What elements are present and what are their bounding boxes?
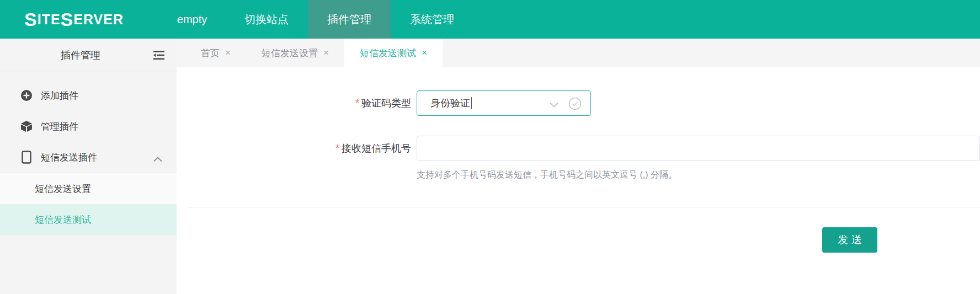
required-asterisk: * bbox=[335, 143, 339, 154]
text-caret bbox=[471, 97, 472, 109]
tab-sms-send-settings[interactable]: 短信发送设置 × bbox=[246, 39, 344, 67]
close-icon[interactable]: × bbox=[225, 47, 231, 58]
sidebar-item-sms-send-settings[interactable]: 短信发送设置 bbox=[0, 173, 177, 204]
tab-label: 首页 bbox=[201, 47, 220, 60]
sidebar: 插件管理 添加插件 bbox=[0, 39, 177, 294]
main-nav: empty 切换站点 插件管理 系统管理 bbox=[159, 0, 473, 39]
mobile-icon bbox=[20, 151, 33, 164]
logo-text: S bbox=[24, 2, 38, 37]
chevron-down-icon bbox=[550, 100, 558, 110]
sidebar-item-add-plugin[interactable]: 添加插件 bbox=[0, 80, 177, 111]
top-navbar: SITESERVER empty 切换站点 插件管理 系统管理 bbox=[0, 0, 980, 39]
tab-label: 短信发送设置 bbox=[262, 47, 318, 60]
nav-item-system-management[interactable]: 系统管理 bbox=[391, 0, 473, 39]
required-asterisk: * bbox=[355, 98, 359, 109]
collapse-menu-icon[interactable] bbox=[153, 50, 164, 60]
tab-home[interactable]: 首页 × bbox=[185, 39, 246, 67]
nav-item-switch-site[interactable]: 切换站点 bbox=[225, 0, 308, 39]
sidebar-header: 插件管理 bbox=[0, 39, 177, 72]
sidebar-item-label: 管理插件 bbox=[41, 120, 78, 133]
content-area: 首页 × 短信发送设置 × 短信发送测试 × *验证码类型 身份验证 bbox=[177, 39, 980, 294]
cube-icon bbox=[20, 120, 33, 133]
close-icon[interactable]: × bbox=[422, 47, 427, 58]
form-row-phone: *接收短信手机号 bbox=[177, 136, 980, 161]
select-value: 身份验证 bbox=[430, 97, 470, 110]
sms-test-form: *验证码类型 身份验证 bbox=[177, 67, 980, 253]
siteserver-logo[interactable]: SITESERVER bbox=[24, 0, 124, 39]
form-divider bbox=[188, 207, 980, 207]
send-button[interactable]: 发 送 bbox=[822, 227, 877, 253]
close-icon[interactable]: × bbox=[323, 47, 329, 58]
tab-sms-send-test[interactable]: 短信发送测试 × bbox=[344, 39, 443, 67]
tab-bar: 首页 × 短信发送设置 × 短信发送测试 × bbox=[177, 39, 980, 67]
code-type-select[interactable]: 身份验证 bbox=[417, 90, 591, 116]
check-circle-icon bbox=[568, 97, 582, 113]
field-label: *接收短信手机号 bbox=[177, 142, 411, 155]
form-row-code-type: *验证码类型 身份验证 bbox=[177, 90, 980, 116]
phone-help-text: 支持对多个手机号码发送短信，手机号码之间以英文逗号 (,) 分隔。 bbox=[417, 169, 980, 181]
tab-label: 短信发送测试 bbox=[360, 47, 416, 60]
form-actions: 发 送 bbox=[177, 227, 980, 253]
sidebar-item-sms-plugin[interactable]: 短信发送插件 bbox=[0, 142, 177, 173]
phone-number-input[interactable] bbox=[417, 136, 980, 161]
sidebar-item-label: 短信发送插件 bbox=[41, 151, 97, 164]
chevron-up-icon bbox=[153, 154, 162, 165]
sidebar-menu: 添加插件 管理插件 短信发送插件 bbox=[0, 72, 177, 235]
nav-item-empty[interactable]: empty bbox=[159, 0, 225, 39]
sms-plugin-submenu: 短信发送设置 短信发送测试 bbox=[0, 173, 177, 235]
sidebar-item-sms-send-test[interactable]: 短信发送测试 bbox=[0, 204, 177, 235]
nav-item-plugin-management[interactable]: 插件管理 bbox=[308, 0, 391, 39]
sidebar-item-manage-plugins[interactable]: 管理插件 bbox=[0, 111, 177, 142]
plus-circle-icon bbox=[20, 89, 33, 102]
sidebar-title: 插件管理 bbox=[61, 49, 100, 62]
sidebar-item-label: 添加插件 bbox=[41, 89, 78, 102]
field-label: *验证码类型 bbox=[177, 97, 411, 110]
